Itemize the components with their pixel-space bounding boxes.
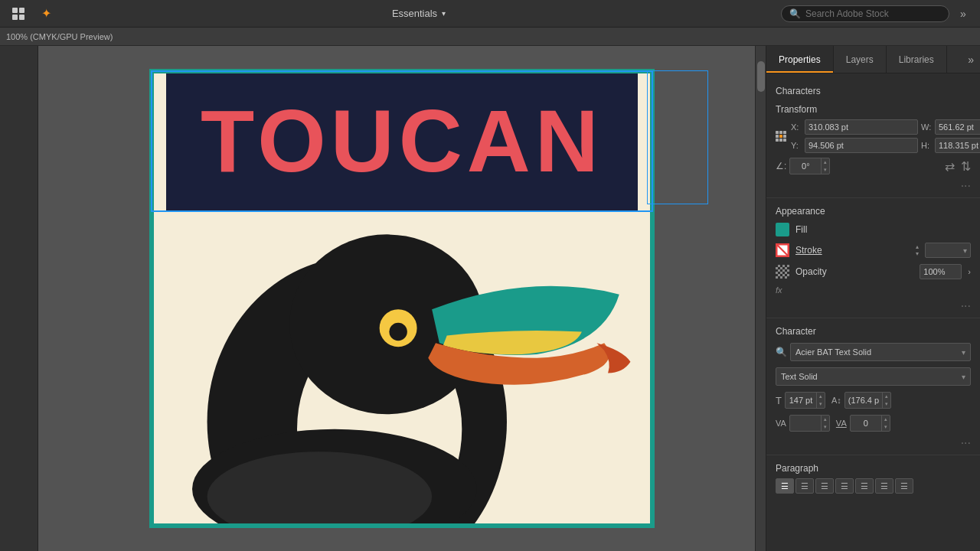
font-search-icon[interactable]: 🔍 xyxy=(776,347,787,357)
characters-section-title: Characters xyxy=(766,81,980,99)
opacity-value-box[interactable]: 100% xyxy=(920,264,962,279)
angle-down-button[interactable]: ▾ xyxy=(822,166,829,174)
stroke-dropdown-arrow[interactable]: ▾ xyxy=(963,246,967,255)
search-icon: 🔍 xyxy=(789,8,801,19)
top-bar-left: ✦ xyxy=(8,3,57,24)
tracking-arrows[interactable]: ▴ ▾ xyxy=(881,416,890,431)
x-input[interactable] xyxy=(805,119,918,135)
transform-reference-icon[interactable] xyxy=(776,125,786,148)
align-justify-all-button[interactable]: ☰ xyxy=(895,478,913,494)
stroke-up-arrow[interactable]: ▴ xyxy=(916,244,919,250)
tracking-up[interactable]: ▴ xyxy=(882,416,890,423)
font-size-row: T 147 pt ▴ ▾ A↕ (176.4 p xyxy=(766,389,980,412)
kerning-row: VA ▴ ▾ VA 0 ▴ xyxy=(766,412,980,435)
paragraph-section-title: Paragraph xyxy=(776,463,971,478)
tab-properties[interactable]: Properties xyxy=(766,46,834,73)
svg-point-4 xyxy=(389,323,407,341)
character-more-button[interactable]: ··· xyxy=(766,435,980,452)
fill-swatch[interactable] xyxy=(776,223,789,236)
second-bar: 100% (CMYK/GPU Preview) xyxy=(0,28,980,46)
stroke-value-box[interactable]: ▾ xyxy=(925,243,971,258)
stroke-label[interactable]: Stroke xyxy=(795,245,910,256)
align-justify-center-button[interactable]: ☰ xyxy=(875,478,893,494)
leading-value: (176.4 p xyxy=(845,396,882,405)
stroke-arrows[interactable]: ▴ ▾ xyxy=(916,244,919,257)
font-size-arrows[interactable]: ▴ ▾ xyxy=(816,393,825,408)
font-style-dropdown[interactable]: Text Solid ▾ xyxy=(776,367,971,386)
canvas-scrollbar[interactable] xyxy=(755,46,766,551)
character-section-title: Character xyxy=(766,321,980,340)
flip-horizontal-icon[interactable]: ⇄ xyxy=(945,159,955,174)
more-options-button[interactable]: » xyxy=(954,5,972,23)
brush-icon[interactable]: ✦ xyxy=(35,3,57,24)
y-input[interactable] xyxy=(805,138,918,153)
top-bar-right: 🔍 » xyxy=(781,5,972,23)
font-size-field: T 147 pt ▴ ▾ xyxy=(776,392,825,409)
angle-arrows[interactable]: ▴ ▾ xyxy=(821,158,829,174)
x-field: X: xyxy=(791,119,918,135)
stroke-swatch-icon xyxy=(776,243,789,257)
fill-row[interactable]: Fill xyxy=(766,220,980,240)
tracking-field: VA 0 ▴ ▾ xyxy=(836,415,890,432)
leading-arrows[interactable]: ▴ ▾ xyxy=(882,393,890,408)
align-center-button[interactable]: ☰ xyxy=(795,478,814,494)
top-bar-center: Essentials ▾ xyxy=(64,5,773,22)
leading-spinbox[interactable]: (176.4 p ▴ ▾ xyxy=(844,392,891,409)
fill-label: Fill xyxy=(795,224,971,235)
artboard-wrapper: TOUCAN xyxy=(149,69,655,528)
opacity-row: Opacity 100% › xyxy=(766,261,980,282)
kerning-down[interactable]: ▾ xyxy=(822,423,829,431)
zoom-label: 100% (CMYK/GPU Preview) xyxy=(6,32,113,41)
align-justify-left-button[interactable]: ☰ xyxy=(855,478,874,494)
appearance-more-button[interactable]: ··· xyxy=(766,298,980,315)
scroll-thumb[interactable] xyxy=(757,61,765,92)
angle-up-button[interactable]: ▴ xyxy=(822,158,829,166)
opacity-expand-button[interactable]: › xyxy=(968,267,971,276)
leading-up[interactable]: ▴ xyxy=(883,393,890,400)
top-bar: ✦ Essentials ▾ 🔍 » xyxy=(0,0,980,28)
workspace-label: Essentials xyxy=(392,8,437,19)
kerning-spinbox[interactable]: ▴ ▾ xyxy=(789,415,830,432)
leading-down[interactable]: ▾ xyxy=(883,400,890,408)
w-input[interactable] xyxy=(935,119,980,135)
main-content: TOUCAN xyxy=(0,46,980,551)
fx-label: fx xyxy=(776,285,782,295)
opacity-label: Opacity xyxy=(795,266,913,277)
transform-more-button[interactable]: ··· xyxy=(766,178,980,194)
align-right-button[interactable]: ☰ xyxy=(815,478,834,494)
stroke-swatch[interactable] xyxy=(776,243,789,257)
font-size-down[interactable]: ▾ xyxy=(817,400,825,408)
align-left-button[interactable]: ☰ xyxy=(776,478,794,494)
grid-icon xyxy=(12,8,24,20)
stroke-row[interactable]: Stroke ▴ ▾ ▾ xyxy=(766,240,980,261)
kerning-arrows[interactable]: ▴ ▾ xyxy=(821,416,829,431)
divider-3 xyxy=(766,455,980,455)
align-justify-button[interactable]: ☰ xyxy=(835,478,854,494)
tracking-down[interactable]: ▾ xyxy=(882,423,890,431)
angle-spinbox[interactable]: 0° ▴ ▾ xyxy=(789,158,830,174)
artboard[interactable]: TOUCAN xyxy=(149,69,655,528)
font-size-spinbox[interactable]: 147 pt ▴ ▾ xyxy=(785,392,825,409)
search-box[interactable]: 🔍 xyxy=(781,5,949,22)
tracking-value: 0 xyxy=(851,419,881,428)
fx-row: fx xyxy=(766,282,980,298)
font-size-up[interactable]: ▴ xyxy=(817,393,825,400)
leading-field: A↕ (176.4 p ▴ ▾ xyxy=(831,392,891,409)
font-family-dropdown[interactable]: Acier BAT Text Solid ▾ xyxy=(790,343,971,361)
workspace-dropdown[interactable]: Essentials ▾ xyxy=(386,5,452,22)
stroke-down-arrow[interactable]: ▾ xyxy=(916,251,919,257)
search-input[interactable] xyxy=(805,8,941,19)
tracking-spinbox[interactable]: 0 ▴ ▾ xyxy=(850,415,890,432)
panel-expand-button[interactable]: » xyxy=(962,46,980,73)
workspace-switcher-button[interactable] xyxy=(8,3,29,24)
h-input[interactable] xyxy=(935,138,980,153)
transform-section-title: Transform xyxy=(766,99,980,118)
tab-libraries[interactable]: Libraries xyxy=(887,46,947,73)
flip-vertical-icon[interactable]: ⇅ xyxy=(961,159,971,174)
canvas-area[interactable]: TOUCAN xyxy=(38,46,766,551)
kerning-up[interactable]: ▴ xyxy=(822,416,829,423)
tracking-icon: VA xyxy=(836,419,847,428)
tab-layers[interactable]: Layers xyxy=(834,46,887,73)
toucan-header: TOUCAN xyxy=(166,70,638,212)
leading-icon: A↕ xyxy=(831,396,841,405)
